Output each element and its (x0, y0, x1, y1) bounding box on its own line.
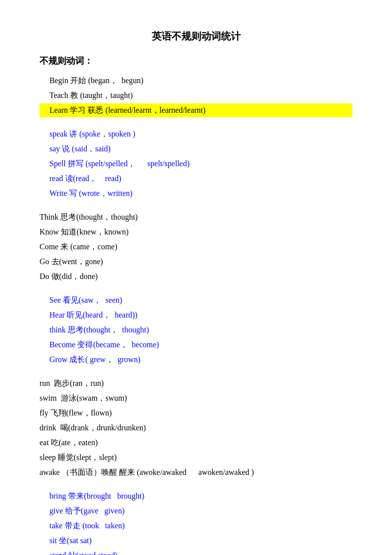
verb-line: sleep 睡觉(slept，slept) (40, 451, 352, 464)
verb-group-3: Think 思考(thought，thought) Know 知道(knew，k… (40, 210, 352, 283)
verb-line: Teach 教 (taught，taught) (40, 89, 352, 102)
verb-line: take 带走 (took taken) (40, 519, 352, 533)
verb-line: speak 讲 (spoke，spoken ) (40, 127, 352, 141)
verb-line: Hear 听见(heard， heard)) (40, 308, 352, 322)
verb-line: drink 喝(drank，drunk/drunken) (40, 421, 352, 435)
verb-line: Come 来 (came，come) (40, 240, 352, 254)
verb-line: Grow 成长( grew， grown) (40, 353, 352, 367)
verb-line: fly 飞翔(flew，flown) (40, 406, 352, 420)
verb-group-5: run 跑步(ran，run) swim 游泳(swam，swum) fly 飞… (40, 376, 352, 479)
verb-line: sit 坐(sat sat) (40, 534, 352, 548)
content-area: Begin 开始 (began， begun) Teach 教 (taught，… (40, 74, 352, 555)
verb-line: eat 吃(ate，eaten) (40, 436, 352, 450)
page-title: 英语不规则动词统计 (40, 30, 352, 43)
verb-line: See 看见(saw， seen) (40, 293, 352, 307)
verb-line: awake （书面语）唤醒 醒来 (awoke/awaked awoken/aw… (40, 465, 352, 479)
verb-line: run 跑步(ran，run) (40, 376, 352, 390)
verb-line: Do 做(did，done) (40, 270, 352, 283)
verb-line: Become 变得(became， become) (40, 338, 352, 352)
verb-line: give 给予(gave given) (40, 504, 352, 518)
verb-line: think 思考(thought， thought) (40, 323, 352, 337)
verb-line: Spell 拼写 (spelt/spelled， spelt/spelled) (40, 157, 352, 171)
verb-group-2: speak 讲 (spoke，spoken ) say 说 (said，said… (40, 127, 352, 200)
section-header: 不规则动词： (40, 55, 352, 67)
verb-line: stand 站(stood stood) (40, 549, 352, 555)
verb-line: swim 游泳(swam，swum) (40, 391, 352, 405)
verb-group-4: See 看见(saw， seen) Hear 听见(heard， heard))… (40, 293, 352, 367)
verb-line: Go 去(went，gone) (40, 255, 352, 269)
verb-line: Know 知道(knew，known) (40, 225, 352, 239)
verb-line-think: Think 思考(thought，thought) (40, 210, 352, 224)
verb-group-1: Begin 开始 (began， begun) Teach 教 (taught，… (40, 74, 352, 117)
verb-line: read 读(read， read) (40, 172, 352, 185)
verb-group-6: bring 带来(brought brought) give 给予(gave g… (40, 489, 352, 555)
verb-line: bring 带来(brought brought) (40, 489, 352, 503)
verb-line: Write 写 (wrote，written) (40, 186, 352, 200)
verb-line: say 说 (said，said) (40, 142, 352, 156)
verb-line: Begin 开始 (began， begun) (40, 74, 352, 88)
verb-line-highlighted: Learn 学习 获悉 (learned/learnt，learned/lear… (40, 103, 352, 117)
